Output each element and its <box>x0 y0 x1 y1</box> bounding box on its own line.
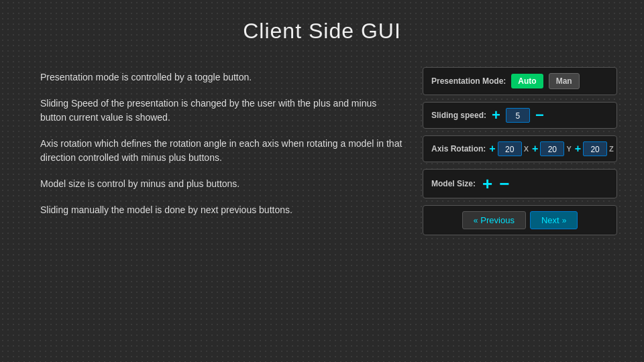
axis-x-plus-button[interactable]: + <box>489 143 495 154</box>
axis-z-group: + 20 Z <box>575 141 614 156</box>
man-button[interactable]: Man <box>549 73 580 89</box>
sliding-minus-button[interactable]: − <box>535 108 544 123</box>
axis-x-group: + 20 X <box>489 141 529 156</box>
bullet-2: Sliding Speed of the presentation is cha… <box>40 97 402 125</box>
axis-y-plus-button[interactable]: + <box>532 143 538 154</box>
next-label: Next <box>541 215 559 225</box>
axis-z-plus-button[interactable]: + <box>575 143 581 154</box>
right-panel: Presentation Mode: Auto Man Sliding spee… <box>423 64 617 235</box>
next-button[interactable]: Next » <box>530 211 578 229</box>
navigation-panel: « Previous Next » <box>423 205 617 235</box>
axis-z-value: 20 <box>583 141 607 156</box>
sliding-speed-panel: Sliding speed: + 5 − <box>423 102 617 129</box>
page-title: Client Side GUI <box>0 0 644 57</box>
prev-label: Previous <box>480 215 515 225</box>
bullet-3: Axis rotation which defines the rotation… <box>40 137 402 165</box>
y-label: Y <box>566 145 571 153</box>
left-panel: Presentation mode is controlled by a tog… <box>40 64 402 235</box>
axis-x-value: 20 <box>498 141 522 156</box>
x-label: X <box>524 145 529 153</box>
model-size-panel: Model Size: + − <box>423 169 617 198</box>
axis-label: Axis Rotation: <box>431 144 486 154</box>
prev-chevron-icon: « <box>474 216 478 225</box>
sliding-value: 5 <box>506 108 530 123</box>
pres-mode-label: Presentation Mode: <box>431 76 506 86</box>
model-size-label: Model Size: <box>431 179 476 188</box>
sliding-plus-button[interactable]: + <box>492 108 500 123</box>
axis-y-group: + 20 Y <box>532 141 572 156</box>
axis-rotation-panel: Axis Rotation: + 20 X + 20 Y + 20 Z <box>423 135 617 162</box>
bullet-1: Presentation mode is controlled by a tog… <box>40 70 402 84</box>
presentation-mode-panel: Presentation Mode: Auto Man <box>423 67 617 95</box>
bullet-4: Model size is control by minus and plus … <box>40 177 402 191</box>
sliding-label: Sliding speed: <box>431 111 486 120</box>
axis-y-value: 20 <box>540 141 564 156</box>
next-chevron-icon: » <box>562 216 567 225</box>
z-label: Z <box>609 145 614 153</box>
model-plus-button[interactable]: + <box>482 175 492 192</box>
auto-button[interactable]: Auto <box>511 74 543 88</box>
model-minus-button[interactable]: − <box>499 175 509 192</box>
bullet-5: Sliding manually the model is done by ne… <box>40 203 402 217</box>
previous-button[interactable]: « Previous <box>462 211 526 229</box>
